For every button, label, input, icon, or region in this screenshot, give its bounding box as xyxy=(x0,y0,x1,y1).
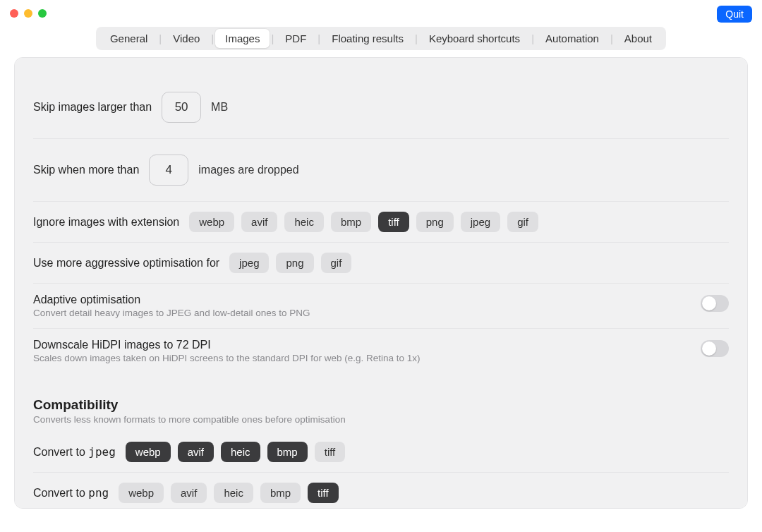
tab-floating-results[interactable]: Floating results xyxy=(322,29,413,48)
to-png-chip-bmp[interactable]: bmp xyxy=(260,483,301,503)
compat-header: Compatibility Converts less known format… xyxy=(33,397,729,425)
to-jpeg-chip-bmp[interactable]: bmp xyxy=(267,442,308,462)
tabs-bar: General|Video|Images|PDF|Floating result… xyxy=(0,27,762,57)
ignore-ext-row: Ignore images with extension webpavifhei… xyxy=(33,202,729,243)
minimize-icon[interactable] xyxy=(24,9,32,18)
skip-more-suffix: images are dropped xyxy=(198,164,298,176)
ignore-ext-chip-heic[interactable]: heic xyxy=(284,212,324,232)
settings-panel: Skip images larger than MB Skip when mor… xyxy=(14,57,748,509)
titlebar: Quit xyxy=(0,0,762,27)
tab-video[interactable]: Video xyxy=(163,29,210,48)
window-controls xyxy=(10,9,47,18)
tab-separator: | xyxy=(530,32,536,44)
tab-about[interactable]: About xyxy=(615,29,662,48)
ignore-ext-chips: webpavifheicbmptiffpngjpeggif xyxy=(189,212,538,232)
ignore-ext-label: Ignore images with extension xyxy=(33,216,179,229)
skip-more-label: Skip when more than xyxy=(33,164,139,176)
to-jpeg-chip-heic[interactable]: heic xyxy=(221,442,260,462)
ignore-ext-chip-webp[interactable]: webp xyxy=(189,212,234,232)
convert-jpeg-row: Convert to jpeg webpavifheicbmptiff xyxy=(33,432,729,473)
aggressive-chip-gif[interactable]: gif xyxy=(321,253,352,273)
tab-separator: | xyxy=(210,32,215,44)
skip-larger-label: Skip images larger than xyxy=(33,101,152,114)
aggressive-chip-png[interactable]: png xyxy=(276,253,313,273)
tab-separator: | xyxy=(609,32,615,44)
convert-jpeg-chips: webpavifheicbmptiff xyxy=(126,442,346,462)
convert-jpeg-label: Convert to jpeg xyxy=(33,445,116,459)
adaptive-toggle[interactable] xyxy=(701,295,729,312)
downscale-title: Downscale HiDPI images to 72 DPI xyxy=(33,339,421,351)
to-png-chip-heic[interactable]: heic xyxy=(214,483,253,503)
skip-more-row: Skip when more than images are dropped xyxy=(33,139,729,202)
tab-separator: | xyxy=(413,32,419,44)
tab-separator: | xyxy=(316,32,322,44)
skip-larger-row: Skip images larger than MB xyxy=(33,76,729,139)
to-png-chip-avif[interactable]: avif xyxy=(171,483,207,503)
tab-images[interactable]: Images xyxy=(215,29,270,48)
tab-general[interactable]: General xyxy=(100,29,157,48)
skip-larger-unit: MB xyxy=(211,101,228,114)
adaptive-desc: Convert detail heavy images to JPEG and … xyxy=(33,308,310,318)
aggressive-chip-jpeg[interactable]: jpeg xyxy=(229,253,269,273)
compat-desc: Converts less known formats to more comp… xyxy=(33,414,729,425)
ignore-ext-chip-bmp[interactable]: bmp xyxy=(331,212,371,232)
tab-separator: | xyxy=(157,32,163,44)
convert-png-row: Convert to png webpavifheicbmptiff xyxy=(33,473,729,509)
ignore-ext-chip-gif[interactable]: gif xyxy=(507,212,538,232)
tab-pdf[interactable]: PDF xyxy=(275,29,316,48)
skip-larger-input[interactable] xyxy=(162,92,201,123)
to-png-chip-webp[interactable]: webp xyxy=(119,483,164,503)
to-jpeg-chip-tiff[interactable]: tiff xyxy=(315,442,346,462)
compat-title: Compatibility xyxy=(33,397,729,413)
to-png-chip-tiff[interactable]: tiff xyxy=(308,483,339,503)
downscale-desc: Scales down images taken on HiDPI screen… xyxy=(33,353,421,363)
downscale-row: Downscale HiDPI images to 72 DPI Scales … xyxy=(33,329,729,373)
to-jpeg-chip-webp[interactable]: webp xyxy=(126,442,171,462)
close-icon[interactable] xyxy=(10,9,18,18)
aggressive-row: Use more aggressive optimisation for jpe… xyxy=(33,243,729,284)
aggressive-label: Use more aggressive optimisation for xyxy=(33,257,219,270)
maximize-icon[interactable] xyxy=(38,9,47,18)
ignore-ext-chip-avif[interactable]: avif xyxy=(241,212,277,232)
quit-button[interactable]: Quit xyxy=(717,6,752,23)
ignore-ext-chip-jpeg[interactable]: jpeg xyxy=(461,212,500,232)
convert-png-label: Convert to png xyxy=(33,486,109,500)
ignore-ext-chip-tiff[interactable]: tiff xyxy=(378,212,409,232)
aggressive-chips: jpegpnggif xyxy=(229,253,351,273)
downscale-toggle[interactable] xyxy=(701,340,729,357)
tab-automation[interactable]: Automation xyxy=(536,29,609,48)
adaptive-row: Adaptive optimisation Convert detail hea… xyxy=(33,284,729,329)
tab-separator: | xyxy=(270,32,275,44)
adaptive-title: Adaptive optimisation xyxy=(33,294,310,306)
ignore-ext-chip-png[interactable]: png xyxy=(416,212,454,232)
skip-more-input[interactable] xyxy=(149,155,188,186)
to-jpeg-chip-avif[interactable]: avif xyxy=(178,442,214,462)
tab-keyboard-shortcuts[interactable]: Keyboard shortcuts xyxy=(419,29,530,48)
convert-png-chips: webpavifheicbmptiff xyxy=(119,483,339,503)
